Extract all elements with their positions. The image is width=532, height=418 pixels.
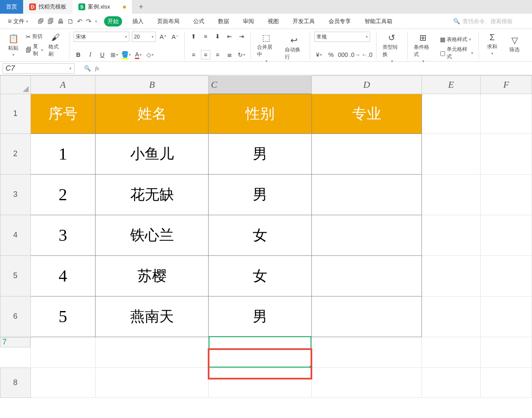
orientation-button[interactable]: ↻: [237, 50, 246, 59]
cell-E2[interactable]: [421, 133, 481, 174]
effects-button[interactable]: ◇: [146, 50, 155, 59]
row-header-3[interactable]: 3: [0, 174, 31, 215]
row-header-2[interactable]: 2: [0, 133, 31, 174]
row-header-5[interactable]: 5: [0, 255, 31, 296]
cell-E5[interactable]: [421, 255, 481, 296]
tab-new[interactable]: +: [132, 0, 150, 14]
decimal-inc-button[interactable]: .0→: [350, 50, 360, 59]
menu-layout[interactable]: 页面布局: [154, 16, 183, 27]
cell-D1[interactable]: 专业: [312, 94, 421, 133]
spreadsheet-grid[interactable]: A B C D E F 1 序号 姓名 性别 专业 2 1 小鱼儿 男 3 2 …: [0, 75, 532, 398]
align-left-button[interactable]: ≡: [189, 50, 198, 59]
cell-F6[interactable]: [481, 296, 532, 337]
cell-A4[interactable]: 3: [30, 215, 96, 255]
cell-E6[interactable]: [421, 296, 481, 337]
table-style-button[interactable]: ▦表格样式: [439, 36, 474, 44]
row-header-1[interactable]: 1: [0, 94, 31, 133]
name-box[interactable]: C7 ▾: [3, 63, 75, 74]
align-top-button[interactable]: ⬆: [189, 32, 198, 41]
cell-C7[interactable]: [209, 337, 312, 368]
menu-insert[interactable]: 插入: [129, 16, 147, 27]
col-header-B[interactable]: B: [96, 76, 209, 94]
chevron-down-icon[interactable]: ▾: [95, 19, 97, 24]
number-format-select[interactable]: 常规▾: [314, 32, 370, 42]
menu-formula[interactable]: 公式: [190, 16, 208, 27]
cell-F3[interactable]: [481, 174, 532, 215]
qat-undo-icon[interactable]: ↶: [77, 18, 83, 25]
bold-button[interactable]: B: [74, 50, 83, 59]
cell-F7[interactable]: [481, 337, 532, 368]
qat-save-icon[interactable]: 🗊: [38, 18, 44, 25]
align-right-button[interactable]: ≡: [213, 50, 222, 59]
formula-input[interactable]: [106, 63, 532, 74]
cell-A2[interactable]: 1: [30, 133, 96, 174]
cell-E1[interactable]: [421, 94, 481, 133]
cell-B7[interactable]: [96, 337, 209, 368]
cell-E3[interactable]: [421, 174, 481, 215]
cell-F2[interactable]: [481, 133, 532, 174]
cell-F4[interactable]: [481, 215, 532, 255]
font-color-button[interactable]: A: [134, 50, 143, 59]
file-menu[interactable]: ≡ 文件 ▾: [5, 17, 31, 26]
command-search[interactable]: 🔍: [453, 18, 527, 24]
cell-B2[interactable]: 小鱼儿: [96, 133, 209, 174]
cell-C4[interactable]: 女: [209, 215, 312, 255]
row-header-4[interactable]: 4: [0, 215, 31, 255]
align-justify-button[interactable]: ≣: [225, 50, 234, 59]
cell-B3[interactable]: 花无缺: [96, 174, 209, 215]
cell-D6[interactable]: [312, 296, 421, 337]
cell-A8[interactable]: [30, 368, 96, 397]
select-all-corner[interactable]: [0, 76, 31, 94]
qat-saveas-icon[interactable]: 🗐: [48, 18, 54, 25]
cell-B1[interactable]: 姓名: [96, 94, 209, 133]
cell-E7[interactable]: [421, 337, 481, 368]
cell-C2[interactable]: 男: [209, 133, 312, 174]
tab-doke-templates[interactable]: D 找稻壳模板: [23, 0, 72, 14]
cell-A3[interactable]: 2: [30, 174, 96, 215]
row-header-7[interactable]: 7: [0, 337, 30, 347]
cell-F8[interactable]: [481, 368, 532, 397]
col-header-C[interactable]: C: [209, 76, 311, 94]
sum-button[interactable]: Σ求和: [483, 32, 501, 56]
currency-button[interactable]: ¥: [314, 50, 324, 59]
wrap-text-button[interactable]: ↩自动换行: [283, 34, 305, 62]
menu-member[interactable]: 会员专享: [325, 16, 354, 27]
decimal-dec-button[interactable]: ←.0: [362, 50, 372, 59]
indent-increase-button[interactable]: ⇥: [237, 32, 246, 41]
paste-button[interactable]: 📋粘贴: [4, 33, 22, 58]
cell-A1[interactable]: 序号: [30, 94, 96, 133]
cond-fmt-button[interactable]: ⊞条件格式: [412, 32, 434, 64]
col-header-D[interactable]: D: [312, 76, 421, 94]
menu-view[interactable]: 视图: [264, 16, 282, 27]
filter-button[interactable]: ▽筛选: [505, 34, 523, 54]
cell-B5[interactable]: 苏樱: [96, 255, 209, 296]
zoom-icon[interactable]: 🔍: [84, 65, 91, 71]
cell-A7[interactable]: [30, 337, 96, 368]
col-header-E[interactable]: E: [421, 76, 481, 94]
cell-B6[interactable]: 燕南天: [96, 296, 209, 337]
fx-icon[interactable]: fx: [95, 65, 99, 72]
cut-button[interactable]: ✂剪切: [25, 33, 44, 41]
menu-review[interactable]: 审阅: [239, 16, 257, 27]
cell-D8[interactable]: [312, 368, 421, 397]
cell-D5[interactable]: [312, 255, 421, 296]
comma-button[interactable]: 000: [338, 50, 348, 59]
tab-home[interactable]: 首页: [0, 0, 23, 14]
cell-F5[interactable]: [481, 255, 532, 296]
cell-C1[interactable]: 性别: [209, 94, 312, 133]
cell-E4[interactable]: [421, 215, 481, 255]
font-size-select[interactable]: 20▾: [132, 32, 156, 42]
merge-center-button[interactable]: ⬚合并居中: [255, 32, 277, 64]
copy-button[interactable]: 🗐复制: [25, 42, 44, 58]
qat-print-icon[interactable]: 🖶: [57, 18, 64, 25]
align-bottom-button[interactable]: ⬇: [213, 32, 222, 41]
font-shrink-button[interactable]: A⁻: [170, 32, 180, 42]
cell-A6[interactable]: 5: [30, 296, 96, 337]
cell-F1[interactable]: [481, 94, 532, 133]
menu-data[interactable]: 数据: [215, 16, 233, 27]
cell-B8[interactable]: [96, 368, 209, 397]
menu-devtools[interactable]: 开发工具: [289, 16, 318, 27]
cell-C5[interactable]: 女: [209, 255, 312, 296]
cell-style-button[interactable]: ▢单元格样式: [439, 45, 474, 61]
cell-C6[interactable]: 男: [209, 296, 312, 337]
